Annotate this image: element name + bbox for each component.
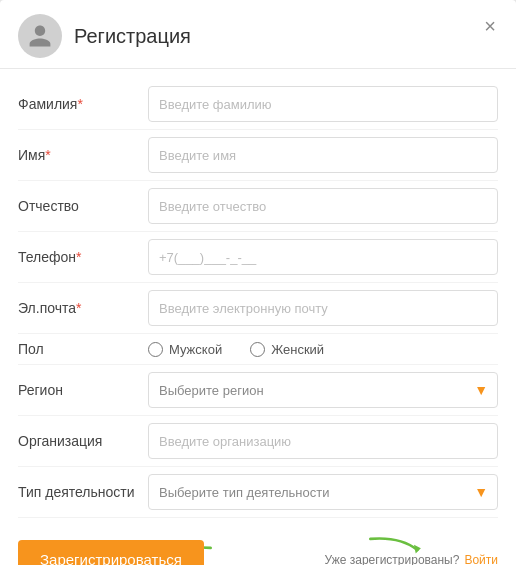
organization-input[interactable] [148, 423, 498, 459]
register-button[interactable]: Зарегистрироваться [18, 540, 204, 565]
middlename-row: Отчество [18, 181, 498, 232]
close-button[interactable]: × [478, 14, 502, 38]
avatar [18, 14, 62, 58]
organization-label: Организация [18, 433, 148, 449]
activity-type-select-wrapper: Выберите тип деятельности ▼ [148, 474, 498, 510]
region-row: Регион Выберите регион ▼ [18, 365, 498, 416]
gender-label: Пол [18, 341, 148, 357]
middlename-input[interactable] [148, 188, 498, 224]
gender-female-radio[interactable] [250, 342, 265, 357]
login-link[interactable]: Войти [464, 553, 498, 566]
gender-radio-group: Мужской Женский [148, 342, 498, 357]
middlename-label: Отчество [18, 198, 148, 214]
region-label: Регион [18, 382, 148, 398]
organization-row: Организация [18, 416, 498, 467]
gender-male-option[interactable]: Мужской [148, 342, 222, 357]
svg-marker-1 [414, 545, 421, 554]
gender-male-label: Мужской [169, 342, 222, 357]
modal-footer: Зарегистрироваться Уже зарегистрированы?… [0, 526, 516, 565]
region-select-wrapper: Выберите регион ▼ [148, 372, 498, 408]
email-row: Эл.почта* [18, 283, 498, 334]
arrow-right-icon [366, 534, 426, 565]
email-input[interactable] [148, 290, 498, 326]
phone-input[interactable] [148, 239, 498, 275]
registration-modal: Регистрация × Фамилия* Имя* Отчество Тел… [0, 0, 516, 565]
lastname-label: Фамилия* [18, 96, 148, 112]
phone-label: Телефон* [18, 249, 148, 265]
firstname-label: Имя* [18, 147, 148, 163]
gender-row: Пол Мужской Женский [18, 334, 498, 365]
gender-female-label: Женский [271, 342, 324, 357]
activity-type-select[interactable]: Выберите тип деятельности [148, 474, 498, 510]
activity-type-row: Тип деятельности Выберите тип деятельнос… [18, 467, 498, 518]
phone-row: Телефон* [18, 232, 498, 283]
activity-type-label: Тип деятельности [18, 484, 148, 500]
form-body: Фамилия* Имя* Отчество Телефон* Эл.почта… [0, 69, 516, 518]
gender-male-radio[interactable] [148, 342, 163, 357]
modal-header: Регистрация × [0, 0, 516, 69]
modal-title: Регистрация [74, 25, 191, 48]
lastname-row: Фамилия* [18, 79, 498, 130]
lastname-input[interactable] [148, 86, 498, 122]
firstname-input[interactable] [148, 137, 498, 173]
region-select[interactable]: Выберите регион [148, 372, 498, 408]
user-icon [27, 23, 53, 49]
firstname-row: Имя* [18, 130, 498, 181]
email-label: Эл.почта* [18, 300, 148, 316]
gender-female-option[interactable]: Женский [250, 342, 324, 357]
